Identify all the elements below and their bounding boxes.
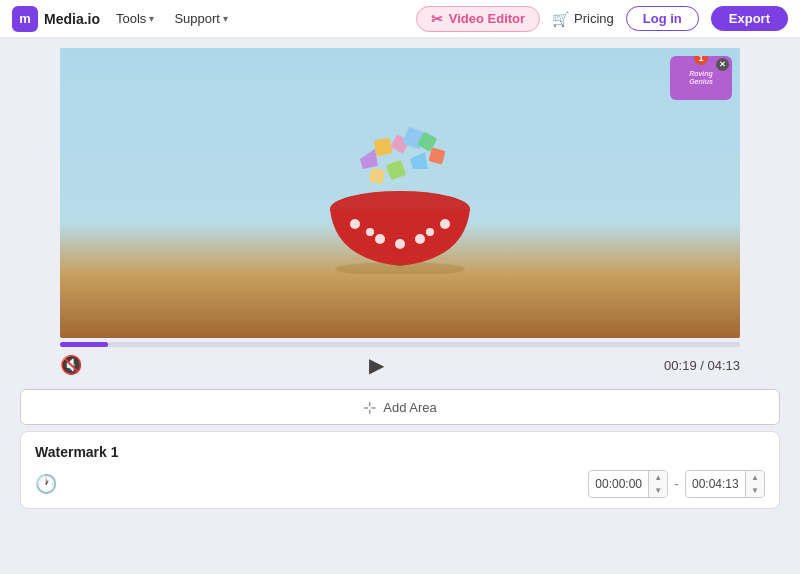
logo-icon: m [12, 6, 38, 32]
time-dash: - [674, 476, 679, 492]
support-chevron-icon: ▾ [223, 13, 228, 24]
clock-icon: 🕐 [35, 473, 57, 495]
time-input-group: 00:00:00 ▲ ▼ - 00:04:13 ▲ ▼ [588, 470, 765, 498]
svg-point-15 [366, 228, 374, 236]
main-content: 1 ✕ Roving Genius 🔇 ▶ 00:19 / 04:13 ⊹ Ad… [0, 38, 800, 574]
svg-rect-2 [374, 138, 393, 157]
svg-rect-6 [386, 160, 407, 181]
end-time-up[interactable]: ▲ [746, 471, 764, 484]
video-background [60, 48, 740, 338]
cart-icon: 🛒 [552, 11, 569, 27]
progress-bar[interactable] [60, 342, 740, 347]
export-button[interactable]: Export [711, 6, 788, 31]
watermark-overlay-badge: 1 ✕ Roving Genius [670, 56, 732, 100]
svg-point-16 [426, 228, 434, 236]
end-time-value: 00:04:13 [686, 470, 745, 498]
svg-point-14 [440, 219, 450, 229]
add-area-label: Add Area [383, 400, 437, 415]
support-label: Support [174, 11, 220, 26]
time-display: 00:19 / 04:13 [664, 358, 740, 373]
end-time-down[interactable]: ▼ [746, 484, 764, 497]
controls-row: 🔇 ▶ 00:19 / 04:13 [60, 347, 740, 383]
logo[interactable]: m Media.io [12, 6, 100, 32]
svg-point-17 [335, 262, 465, 274]
start-time-up[interactable]: ▲ [649, 471, 667, 484]
badge-text-line1: Roving [689, 70, 713, 78]
mute-icon: 🔇 [60, 355, 82, 375]
end-time-input[interactable]: 00:04:13 ▲ ▼ [685, 470, 765, 498]
nav-support[interactable]: Support ▾ [170, 0, 232, 37]
video-player: 1 ✕ Roving Genius [60, 48, 740, 338]
play-button[interactable]: ▶ [369, 353, 384, 377]
video-editor-button[interactable]: ✂ Video Editor [416, 6, 540, 32]
progress-bar-fill [60, 342, 108, 347]
mute-button[interactable]: 🔇 [60, 354, 88, 376]
svg-point-10 [350, 219, 360, 229]
end-time-spinners: ▲ ▼ [745, 471, 764, 497]
play-icon: ▶ [369, 353, 384, 377]
watermark-card: Watermark 1 🕐 00:00:00 ▲ ▼ - 00:04:13 [20, 431, 780, 509]
svg-point-11 [375, 234, 385, 244]
svg-rect-8 [369, 168, 385, 184]
badge-text-line2: Genius [689, 78, 713, 86]
svg-point-13 [415, 234, 425, 244]
pricing-button[interactable]: 🛒 Pricing [552, 11, 614, 27]
start-time-value: 00:00:00 [589, 470, 648, 498]
tools-label: Tools [116, 11, 146, 26]
badge-close-icon[interactable]: ✕ [716, 58, 729, 71]
watermark-card-title: Watermark 1 [35, 444, 765, 460]
svg-point-12 [395, 239, 405, 249]
add-area-button[interactable]: ⊹ Add Area [20, 389, 780, 425]
svg-marker-7 [410, 152, 428, 169]
tools-chevron-icon: ▾ [149, 13, 154, 24]
badge-number: 1 [694, 56, 708, 65]
video-illustration [300, 114, 500, 278]
scissors-icon: ✂ [431, 11, 443, 27]
watermark-time-row: 🕐 00:00:00 ▲ ▼ - 00:04:13 ▲ ▼ [35, 470, 765, 498]
svg-marker-4 [360, 149, 378, 169]
login-button[interactable]: Log in [626, 6, 699, 31]
header: m Media.io Tools ▾ Support ▾ ✂ Video Edi… [0, 0, 800, 38]
start-time-input[interactable]: 00:00:00 ▲ ▼ [588, 470, 668, 498]
start-time-spinners: ▲ ▼ [648, 471, 667, 497]
start-time-down[interactable]: ▼ [649, 484, 667, 497]
nav-tools[interactable]: Tools ▾ [112, 0, 158, 37]
add-area-icon: ⊹ [363, 398, 376, 417]
logo-text: Media.io [44, 11, 100, 27]
